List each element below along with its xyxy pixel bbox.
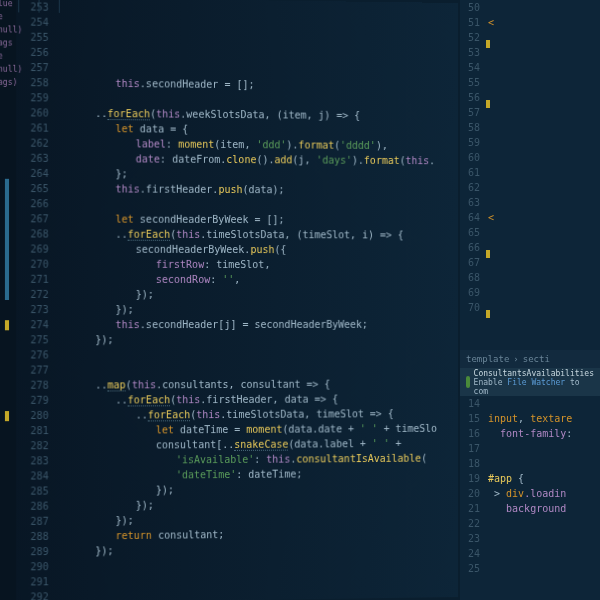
line-number-gutter: 2532542552562572582592602612622632642652…	[16, 0, 55, 600]
change-marker	[5, 411, 9, 421]
change-marker	[5, 320, 9, 330]
bottom-code-area[interactable]: input, textare font-family:#app { > div.…	[488, 396, 572, 576]
main-code-editor[interactable]: luee null)agse null)ags) 253254255256257…	[0, 0, 458, 600]
right-code-area[interactable]: <<	[488, 0, 494, 315]
fold-marker	[5, 179, 9, 300]
file-watcher-link[interactable]: File Watcher	[507, 378, 565, 387]
bottom-line-gutter: 141516171819202122232425	[460, 396, 484, 576]
breadcrumb-item[interactable]: secti	[523, 354, 550, 364]
indent-guide	[59, 0, 60, 13]
right-line-gutter: 5051525354555657585960616263646566676869…	[460, 0, 484, 315]
truncated-labels: luee null)agse null)ags)	[0, 0, 22, 89]
vue-file-icon	[466, 376, 470, 388]
chevron-right-icon: ›	[513, 354, 518, 364]
breadcrumb-item[interactable]: template	[466, 354, 509, 364]
code-area[interactable]: this.secondHeader = [];..forEach(this.we…	[55, 0, 458, 600]
left-marker-strip: luee null)agse null)ags)	[0, 0, 16, 600]
breadcrumb-bar[interactable]: template › secti	[460, 350, 600, 368]
banner-text: Enable	[474, 378, 503, 387]
file-watcher-banner[interactable]: ConsultantsAvailabilities Enable File Wa…	[460, 368, 600, 396]
file-name: ConsultantsAvailabilities	[474, 369, 594, 378]
